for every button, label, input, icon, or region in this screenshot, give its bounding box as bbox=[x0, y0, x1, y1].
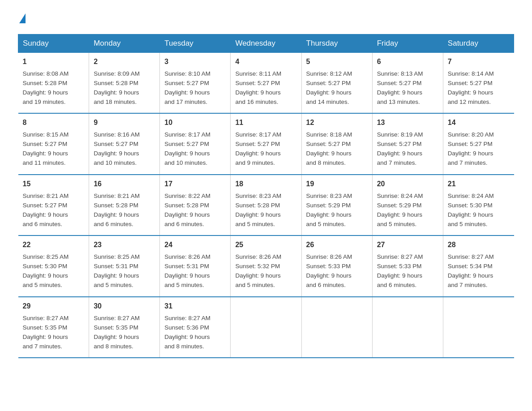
header-friday: Friday bbox=[372, 34, 443, 53]
day-number: 6 bbox=[377, 56, 438, 68]
calendar-cell: 18Sunrise: 8:23 AMSunset: 5:28 PMDayligh… bbox=[231, 175, 301, 235]
calendar-cell: 12Sunrise: 8:18 AMSunset: 5:27 PMDayligh… bbox=[301, 113, 372, 174]
day-number: 13 bbox=[377, 117, 438, 128]
day-number: 10 bbox=[164, 117, 226, 128]
day-info: Sunrise: 8:17 AMSunset: 5:27 PMDaylight:… bbox=[164, 130, 226, 168]
day-number: 31 bbox=[164, 301, 226, 312]
calendar-cell bbox=[443, 297, 514, 358]
calendar-cell bbox=[301, 297, 372, 358]
calendar-cell: 26Sunrise: 8:26 AMSunset: 5:33 PMDayligh… bbox=[301, 235, 372, 296]
day-info: Sunrise: 8:23 AMSunset: 5:29 PMDaylight:… bbox=[306, 192, 368, 229]
calendar-cell: 27Sunrise: 8:27 AMSunset: 5:33 PMDayligh… bbox=[372, 235, 443, 296]
day-number: 9 bbox=[94, 117, 155, 128]
calendar-week-row: 8Sunrise: 8:15 AMSunset: 5:27 PMDaylight… bbox=[18, 113, 514, 174]
page-header bbox=[18, 13, 514, 25]
day-number: 26 bbox=[306, 240, 368, 251]
calendar-cell: 23Sunrise: 8:25 AMSunset: 5:31 PMDayligh… bbox=[89, 235, 160, 296]
day-number: 24 bbox=[164, 240, 226, 251]
calendar-cell: 5Sunrise: 8:12 AMSunset: 5:27 PMDaylight… bbox=[301, 53, 372, 114]
day-info: Sunrise: 8:27 AMSunset: 5:35 PMDaylight:… bbox=[23, 314, 85, 351]
calendar-cell: 11Sunrise: 8:17 AMSunset: 5:27 PMDayligh… bbox=[231, 113, 301, 174]
day-number: 30 bbox=[94, 301, 155, 312]
day-info: Sunrise: 8:23 AMSunset: 5:28 PMDaylight:… bbox=[235, 192, 296, 229]
day-info: Sunrise: 8:27 AMSunset: 5:35 PMDaylight:… bbox=[94, 314, 155, 351]
calendar-cell: 16Sunrise: 8:21 AMSunset: 5:28 PMDayligh… bbox=[89, 175, 160, 235]
day-info: Sunrise: 8:27 AMSunset: 5:33 PMDaylight:… bbox=[377, 253, 438, 290]
calendar-cell: 21Sunrise: 8:24 AMSunset: 5:30 PMDayligh… bbox=[443, 175, 514, 235]
day-info: Sunrise: 8:27 AMSunset: 5:34 PMDaylight:… bbox=[448, 253, 510, 290]
calendar-cell: 2Sunrise: 8:09 AMSunset: 5:28 PMDaylight… bbox=[89, 53, 160, 114]
day-number: 12 bbox=[306, 117, 368, 128]
day-info: Sunrise: 8:20 AMSunset: 5:27 PMDaylight:… bbox=[448, 130, 510, 168]
day-number: 20 bbox=[377, 179, 438, 190]
calendar-cell: 6Sunrise: 8:13 AMSunset: 5:27 PMDaylight… bbox=[372, 53, 443, 114]
calendar-cell: 25Sunrise: 8:26 AMSunset: 5:32 PMDayligh… bbox=[231, 235, 301, 296]
calendar-cell bbox=[372, 297, 443, 358]
header-monday: Monday bbox=[89, 34, 160, 53]
day-number: 27 bbox=[377, 240, 438, 251]
calendar-week-row: 29Sunrise: 8:27 AMSunset: 5:35 PMDayligh… bbox=[18, 297, 514, 358]
calendar-cell: 13Sunrise: 8:19 AMSunset: 5:27 PMDayligh… bbox=[372, 113, 443, 174]
day-info: Sunrise: 8:21 AMSunset: 5:27 PMDaylight:… bbox=[23, 192, 85, 229]
calendar-cell: 4Sunrise: 8:11 AMSunset: 5:27 PMDaylight… bbox=[231, 53, 301, 114]
day-info: Sunrise: 8:11 AMSunset: 5:27 PMDaylight:… bbox=[235, 69, 296, 107]
day-number: 23 bbox=[94, 240, 155, 251]
day-number: 21 bbox=[448, 179, 510, 190]
day-info: Sunrise: 8:26 AMSunset: 5:31 PMDaylight:… bbox=[164, 253, 226, 290]
day-number: 15 bbox=[23, 179, 85, 190]
calendar-cell: 3Sunrise: 8:10 AMSunset: 5:27 PMDaylight… bbox=[160, 53, 231, 114]
day-info: Sunrise: 8:27 AMSunset: 5:36 PMDaylight:… bbox=[164, 314, 226, 351]
day-number: 8 bbox=[23, 117, 85, 128]
header-saturday: Saturday bbox=[443, 34, 514, 53]
calendar-week-row: 22Sunrise: 8:25 AMSunset: 5:30 PMDayligh… bbox=[18, 235, 514, 296]
calendar-cell: 8Sunrise: 8:15 AMSunset: 5:27 PMDaylight… bbox=[18, 113, 89, 174]
day-info: Sunrise: 8:14 AMSunset: 5:27 PMDaylight:… bbox=[448, 69, 510, 107]
calendar-cell: 31Sunrise: 8:27 AMSunset: 5:36 PMDayligh… bbox=[160, 297, 231, 358]
day-info: Sunrise: 8:10 AMSunset: 5:27 PMDaylight:… bbox=[164, 69, 226, 107]
day-number: 11 bbox=[235, 117, 296, 128]
calendar-cell: 22Sunrise: 8:25 AMSunset: 5:30 PMDayligh… bbox=[18, 235, 89, 296]
day-number: 22 bbox=[23, 240, 85, 251]
day-info: Sunrise: 8:16 AMSunset: 5:27 PMDaylight:… bbox=[94, 130, 155, 168]
calendar-header-row: SundayMondayTuesdayWednesdayThursdayFrid… bbox=[18, 34, 514, 53]
header-wednesday: Wednesday bbox=[231, 34, 301, 53]
day-number: 4 bbox=[235, 56, 296, 68]
calendar-cell: 24Sunrise: 8:26 AMSunset: 5:31 PMDayligh… bbox=[160, 235, 231, 296]
header-sunday: Sunday bbox=[18, 34, 89, 53]
day-number: 2 bbox=[94, 56, 155, 68]
day-info: Sunrise: 8:22 AMSunset: 5:28 PMDaylight:… bbox=[164, 192, 226, 229]
header-thursday: Thursday bbox=[301, 34, 372, 53]
calendar-cell: 20Sunrise: 8:24 AMSunset: 5:29 PMDayligh… bbox=[372, 175, 443, 235]
day-info: Sunrise: 8:25 AMSunset: 5:31 PMDaylight:… bbox=[94, 253, 155, 290]
logo-triangle-icon bbox=[19, 13, 26, 23]
day-number: 16 bbox=[94, 179, 155, 190]
day-info: Sunrise: 8:25 AMSunset: 5:30 PMDaylight:… bbox=[23, 253, 85, 290]
day-info: Sunrise: 8:24 AMSunset: 5:30 PMDaylight:… bbox=[448, 192, 510, 229]
calendar-week-row: 15Sunrise: 8:21 AMSunset: 5:27 PMDayligh… bbox=[18, 175, 514, 235]
day-info: Sunrise: 8:15 AMSunset: 5:27 PMDaylight:… bbox=[23, 130, 85, 168]
day-info: Sunrise: 8:24 AMSunset: 5:29 PMDaylight:… bbox=[377, 192, 438, 229]
day-info: Sunrise: 8:09 AMSunset: 5:28 PMDaylight:… bbox=[94, 69, 155, 107]
day-info: Sunrise: 8:19 AMSunset: 5:27 PMDaylight:… bbox=[377, 130, 438, 168]
day-number: 1 bbox=[23, 56, 85, 68]
day-number: 5 bbox=[306, 56, 368, 68]
day-info: Sunrise: 8:13 AMSunset: 5:27 PMDaylight:… bbox=[377, 69, 438, 107]
calendar-cell: 17Sunrise: 8:22 AMSunset: 5:28 PMDayligh… bbox=[160, 175, 231, 235]
calendar-cell: 29Sunrise: 8:27 AMSunset: 5:35 PMDayligh… bbox=[18, 297, 89, 358]
calendar-cell: 7Sunrise: 8:14 AMSunset: 5:27 PMDaylight… bbox=[443, 53, 514, 114]
day-number: 29 bbox=[23, 301, 85, 312]
calendar-cell: 28Sunrise: 8:27 AMSunset: 5:34 PMDayligh… bbox=[443, 235, 514, 296]
calendar-cell: 14Sunrise: 8:20 AMSunset: 5:27 PMDayligh… bbox=[443, 113, 514, 174]
day-info: Sunrise: 8:17 AMSunset: 5:27 PMDaylight:… bbox=[235, 130, 296, 168]
day-info: Sunrise: 8:26 AMSunset: 5:32 PMDaylight:… bbox=[235, 253, 296, 290]
day-number: 18 bbox=[235, 179, 296, 190]
day-number: 7 bbox=[448, 56, 510, 68]
day-number: 3 bbox=[164, 56, 226, 68]
calendar-cell: 1Sunrise: 8:08 AMSunset: 5:28 PMDaylight… bbox=[18, 53, 89, 114]
day-info: Sunrise: 8:08 AMSunset: 5:28 PMDaylight:… bbox=[23, 69, 85, 107]
day-info: Sunrise: 8:12 AMSunset: 5:27 PMDaylight:… bbox=[306, 69, 368, 107]
day-number: 25 bbox=[235, 240, 296, 251]
day-number: 14 bbox=[448, 117, 510, 128]
calendar-cell: 9Sunrise: 8:16 AMSunset: 5:27 PMDaylight… bbox=[89, 113, 160, 174]
day-number: 19 bbox=[306, 179, 368, 190]
